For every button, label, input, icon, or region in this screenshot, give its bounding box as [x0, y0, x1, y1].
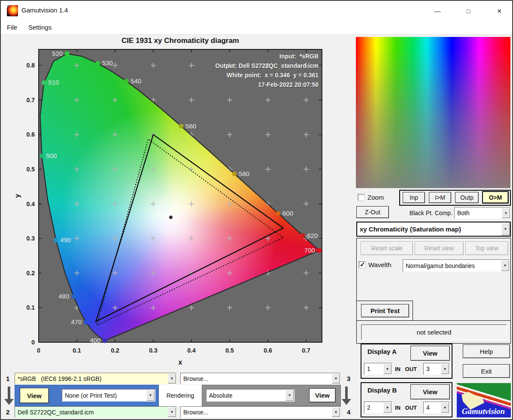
input-profile-select[interactable]: *sRGB (IEC6 1996-2.1 sRGB) [15, 373, 177, 384]
display-a-out-value: 3 [424, 365, 440, 372]
help-button[interactable]: Help [463, 344, 510, 358]
menu-settings[interactable]: Settings [28, 24, 52, 31]
display-b-view-button[interactable]: View [410, 384, 450, 399]
selection-status-box: not selected [356, 321, 511, 344]
simulation-value: None (or Print Test) [62, 392, 146, 399]
view-right-button[interactable]: View [309, 388, 336, 402]
dropdown-arrow-icon[interactable] [441, 402, 449, 413]
chart-title: CIE 1931 xy Chromaticity diagram [39, 37, 322, 45]
maximize-icon[interactable]: □ [461, 6, 476, 16]
annotation-output: Output: Dell S2722QC_standard.icm [147, 61, 319, 70]
output-profile-value: Dell S2722QC_standard.icm [15, 409, 167, 416]
dropdown-arrow-icon[interactable] [383, 364, 392, 374]
wavelth-checkbox[interactable] [359, 262, 365, 268]
dropdown-arrow-icon[interactable] [285, 390, 294, 401]
slot1-number: 1 [6, 375, 9, 382]
view-left-button[interactable]: View [20, 388, 49, 403]
display-b-in-value: 2 [364, 404, 383, 411]
display-b-in-select[interactable]: 2 [364, 402, 392, 414]
slot4-number: 4 [347, 408, 350, 416]
rendering-label: Rendering [159, 385, 202, 406]
reset-scale-button[interactable]: Reset scale [361, 241, 413, 255]
annotation-white-point: White point: x = 0.346 y = 0.361 [147, 70, 319, 80]
browse-top-select[interactable]: Browse... [180, 373, 341, 384]
slot3-number: 3 [347, 375, 350, 382]
slot2-number: 2 [6, 408, 9, 416]
dropdown-arrow-icon[interactable] [332, 374, 340, 383]
gamutvision-logo: Gamutvision [457, 383, 511, 417]
selection-status: not selected [361, 324, 507, 340]
menu-bar: File Settings [1, 21, 512, 35]
logo-text: Gamutvision [457, 407, 510, 416]
zoom-checkbox-label: Zoom [367, 194, 384, 201]
map-mode-value: xy Chromaticity (Saturation map) [357, 225, 501, 233]
zoom-checkbox[interactable] [358, 194, 364, 201]
wavelth-checkbox-label: Wavelth [368, 261, 392, 268]
dropdown-arrow-icon[interactable] [501, 260, 509, 271]
outp-button[interactable]: Outp [455, 192, 479, 203]
display-a-title: Display A [367, 348, 397, 355]
display-b-out-select[interactable]: 4 [423, 402, 450, 414]
app-icon [7, 5, 18, 16]
output-profile-select[interactable]: Dell S2722QC_standard.icm [15, 406, 177, 418]
display-a-in-select[interactable]: 1 [364, 363, 392, 375]
inp-button[interactable]: Inp [403, 192, 425, 203]
display-a-inout-label: IN OUT [395, 366, 417, 372]
close-icon[interactable]: ✕ [492, 6, 507, 16]
browse-bottom-select[interactable]: Browse... [180, 406, 341, 418]
display-b-title: Display B [367, 387, 397, 394]
exit-button[interactable]: Exit [463, 364, 510, 378]
down-arrow-left-icon [4, 386, 14, 406]
browse-top-value: Browse... [181, 375, 331, 382]
dropdown-arrow-icon[interactable] [146, 390, 155, 401]
dropdown-arrow-icon[interactable] [168, 407, 176, 417]
display-b-out-value: 4 [424, 404, 440, 411]
saturation-map-preview [356, 37, 510, 188]
display-b-inout-label: IN OUT [395, 405, 417, 411]
boundaries-value: Normal/gamut boundaries [403, 262, 501, 269]
window-title: Gamutvision 1.4 [21, 6, 68, 14]
title-bar: Gamutvision 1.4 — □ ✕ [1, 1, 512, 21]
display-a-view-button[interactable]: View [410, 346, 450, 361]
rendering-intent-select[interactable]: Absolute [206, 389, 294, 402]
dropdown-arrow-icon[interactable] [501, 223, 510, 235]
map-mode-select-wrap: xy Chromaticity (Saturation map) [356, 222, 511, 237]
z-out-button[interactable]: Z-Out [356, 206, 389, 218]
dropdown-arrow-icon[interactable] [441, 364, 449, 374]
o-to-m-button[interactable]: O>M [482, 191, 509, 204]
app-window: Gamutvision 1.4 — □ ✕ File Settings CIE … [0, 0, 513, 420]
black-pt-comp-select[interactable]: Both [454, 207, 511, 219]
dropdown-arrow-icon[interactable] [502, 208, 510, 218]
dropdown-arrow-icon[interactable] [168, 374, 176, 383]
annotation-input: Input: *sRGB [147, 52, 319, 61]
browse-bottom-value: Browse... [181, 409, 331, 416]
display-a-out-select[interactable]: 3 [423, 363, 450, 375]
black-pt-comp-value: Both [455, 210, 501, 216]
minimize-icon[interactable]: — [430, 6, 445, 16]
i-to-m-button[interactable]: I>M [429, 192, 451, 203]
down-arrow-right-icon [342, 386, 351, 406]
print-test-button[interactable]: Print Test [361, 304, 409, 317]
black-pt-comp-label: Black Pt. Comp. [400, 210, 452, 216]
simulation-select[interactable]: None (or Print Test) [62, 389, 155, 402]
menu-file[interactable]: File [7, 24, 17, 31]
rendering-intent-value: Absolute [206, 392, 285, 399]
map-mode-select[interactable]: xy Chromaticity (Saturation map) [357, 222, 510, 236]
chart-annotations: Input: *sRGB Output: Dell S2722QC_standa… [147, 52, 319, 89]
input-profile-value: *sRGB (IEC6 1996-2.1 sRGB) [15, 375, 167, 382]
boundaries-select[interactable]: Normal/gamut boundaries [403, 259, 510, 272]
top-view-button[interactable]: Top view [465, 241, 508, 255]
annotation-timestamp: 17-Feb-2022 20:07:50 [147, 80, 319, 89]
dropdown-arrow-icon[interactable] [332, 407, 340, 417]
reset-view-button[interactable]: Reset view [415, 241, 464, 255]
display-a-in-value: 1 [364, 365, 383, 372]
dropdown-arrow-icon[interactable] [383, 402, 392, 413]
